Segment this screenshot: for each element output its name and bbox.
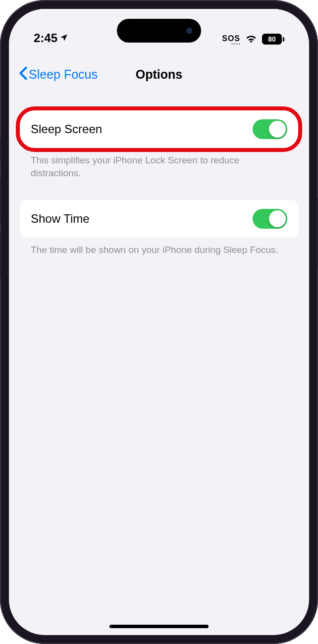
chevron-left-icon — [19, 66, 28, 83]
status-time: 2:45 — [34, 31, 57, 45]
location-arrow-icon — [59, 31, 68, 45]
cellular-dots-icon — [231, 43, 240, 45]
settings-content: Sleep Screen This simplifies your iPhone… — [9, 91, 309, 256]
show-time-label: Show Time — [31, 212, 90, 226]
sleep-screen-toggle[interactable] — [253, 119, 287, 139]
sleep-screen-label: Sleep Screen — [31, 122, 102, 136]
show-time-row[interactable]: Show Time — [20, 200, 298, 238]
back-button[interactable]: Sleep Focus — [19, 66, 98, 83]
volume-down-button — [0, 233, 1, 277]
show-time-toggle[interactable] — [253, 209, 287, 229]
back-label: Sleep Focus — [29, 67, 98, 82]
page-title: Options — [136, 67, 182, 82]
battery-percentage: 80 — [268, 35, 276, 43]
battery-indicator: 80 — [262, 34, 284, 45]
volume-up-button — [0, 178, 1, 223]
sleep-screen-footer: This simplifies your iPhone Lock Screen … — [20, 148, 298, 179]
iphone-device-frame: 2:45 SOS 80 — [0, 0, 318, 644]
toggle-knob — [269, 121, 286, 138]
wifi-icon — [245, 33, 257, 45]
sleep-screen-row[interactable]: Sleep Screen — [20, 110, 298, 148]
silent-switch — [0, 139, 1, 161]
show-time-footer: The time will be shown on your iPhone du… — [20, 238, 298, 256]
home-indicator[interactable] — [109, 625, 209, 628]
front-camera — [186, 28, 192, 34]
dynamic-island — [117, 19, 201, 43]
screen: 2:45 SOS 80 — [9, 9, 309, 635]
toggle-knob — [269, 210, 286, 227]
sos-indicator: SOS — [222, 34, 240, 43]
